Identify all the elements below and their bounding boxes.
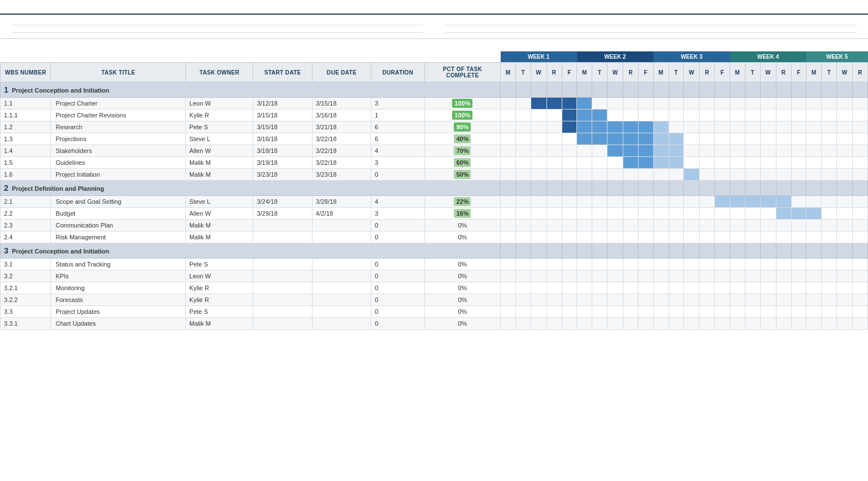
col-header-duration: DURATION bbox=[371, 63, 425, 82]
gantt-cell bbox=[822, 133, 837, 145]
gantt-cell bbox=[730, 98, 745, 110]
gantt-cell bbox=[623, 121, 639, 133]
gantt-cell bbox=[715, 110, 730, 121]
gantt-cell bbox=[776, 133, 791, 145]
col-header-owner: TASK OWNER bbox=[186, 63, 253, 82]
gantt-cell bbox=[501, 208, 516, 220]
gantt-cell bbox=[700, 318, 715, 330]
gantt-cell bbox=[776, 294, 791, 306]
task-row: 3.3.1Chart UpdatesMalik M00% bbox=[1, 318, 868, 330]
pct-cell: 40% bbox=[424, 133, 500, 145]
gantt-cell bbox=[700, 220, 715, 231]
gantt-cell bbox=[577, 270, 592, 282]
pct-cell: 0% bbox=[424, 306, 500, 318]
gantt-cell bbox=[623, 181, 639, 196]
due-cell: 3/16/18 bbox=[312, 110, 371, 121]
duration-cell: 0 bbox=[371, 270, 425, 282]
gantt-cell bbox=[592, 208, 607, 220]
gantt-cell bbox=[730, 196, 745, 208]
gantt-cell bbox=[791, 121, 806, 133]
gantt-cell bbox=[852, 133, 867, 145]
gantt-cell bbox=[501, 231, 516, 243]
gantt-cell bbox=[669, 306, 684, 318]
gantt-cell bbox=[730, 231, 745, 243]
owner-cell: Malik M bbox=[186, 220, 253, 231]
start-cell bbox=[253, 282, 312, 294]
task-row: 1.6Project InitiationMalik M3/23/183/23/… bbox=[1, 169, 868, 181]
gantt-cell bbox=[592, 270, 607, 282]
due-cell bbox=[312, 318, 371, 330]
gantt-cell bbox=[546, 181, 562, 196]
wbs-cell: 2.3 bbox=[1, 220, 51, 231]
gantt-cell bbox=[700, 270, 715, 282]
gantt-cell bbox=[562, 157, 577, 169]
wbs-cell: 3.3.1 bbox=[1, 318, 51, 330]
gantt-cell bbox=[776, 98, 791, 110]
gantt-cell bbox=[638, 294, 653, 306]
gantt-cell bbox=[562, 133, 577, 145]
gantt-cell bbox=[791, 231, 806, 243]
gantt-cell bbox=[607, 318, 623, 330]
gantt-cell bbox=[852, 121, 867, 133]
gantt-cell bbox=[531, 121, 546, 133]
task-title-cell: Status and Tracking bbox=[51, 259, 186, 270]
gantt-cell bbox=[745, 282, 760, 294]
duration-cell: 0 bbox=[371, 318, 425, 330]
day-col-23: R bbox=[852, 63, 867, 82]
gantt-cell bbox=[546, 82, 562, 98]
task-row: 2.4Risk ManagementMalik M00% bbox=[1, 231, 868, 243]
gantt-cell bbox=[669, 82, 684, 98]
gantt-cell bbox=[730, 157, 745, 169]
owner-cell: Leon W bbox=[186, 98, 253, 110]
wbs-cell: 3.1 bbox=[1, 259, 51, 270]
wbs-cell: 3.2.2 bbox=[1, 294, 51, 306]
gantt-cell bbox=[562, 220, 577, 231]
gantt-cell bbox=[837, 294, 853, 306]
owner-cell: Steve L bbox=[186, 196, 253, 208]
gantt-cell bbox=[760, 306, 776, 318]
gantt-cell bbox=[730, 110, 745, 121]
pct-cell: 0% bbox=[424, 220, 500, 231]
gantt-cell bbox=[806, 145, 822, 157]
gantt-cell bbox=[501, 196, 516, 208]
gantt-cell bbox=[806, 121, 822, 133]
gantt-cell bbox=[730, 181, 745, 196]
gantt-cell bbox=[730, 121, 745, 133]
pct-cell: 0% bbox=[424, 282, 500, 294]
task-title-cell: Communication Plan bbox=[51, 220, 186, 231]
gantt-cell bbox=[684, 282, 700, 294]
gantt-cell bbox=[715, 169, 730, 181]
gantt-cell bbox=[715, 157, 730, 169]
gantt-cell bbox=[822, 270, 837, 282]
gantt-cell bbox=[760, 133, 776, 145]
gantt-cell bbox=[852, 259, 867, 270]
gantt-cell bbox=[653, 181, 669, 196]
gantt-cell bbox=[653, 231, 669, 243]
owner-cell: Pete S bbox=[186, 306, 253, 318]
gantt-cell bbox=[562, 318, 577, 330]
due-cell: 3/28/18 bbox=[312, 196, 371, 208]
gantt-cell bbox=[515, 259, 531, 270]
gantt-cell bbox=[638, 270, 653, 282]
project-info bbox=[0, 15, 868, 39]
gantt-cell bbox=[822, 282, 837, 294]
gantt-cell bbox=[607, 169, 623, 181]
gantt-cell bbox=[715, 98, 730, 110]
duration-cell: 3 bbox=[371, 98, 425, 110]
gantt-cell bbox=[837, 259, 853, 270]
gantt-cell bbox=[806, 208, 822, 220]
gantt-cell bbox=[531, 270, 546, 282]
gantt-cell bbox=[623, 98, 639, 110]
gantt-cell bbox=[562, 208, 577, 220]
gantt-cell bbox=[730, 220, 745, 231]
gantt-cell bbox=[776, 270, 791, 282]
wbs-cell: 1.5 bbox=[1, 157, 51, 169]
gantt-cell bbox=[515, 110, 531, 121]
gantt-cell bbox=[623, 270, 639, 282]
task-title-cell: Monitoring bbox=[51, 282, 186, 294]
gantt-cell bbox=[715, 270, 730, 282]
gantt-cell bbox=[806, 243, 822, 259]
gantt-cell bbox=[546, 259, 562, 270]
date-row bbox=[445, 28, 857, 33]
col-header-due: DUE DATE bbox=[312, 63, 371, 82]
